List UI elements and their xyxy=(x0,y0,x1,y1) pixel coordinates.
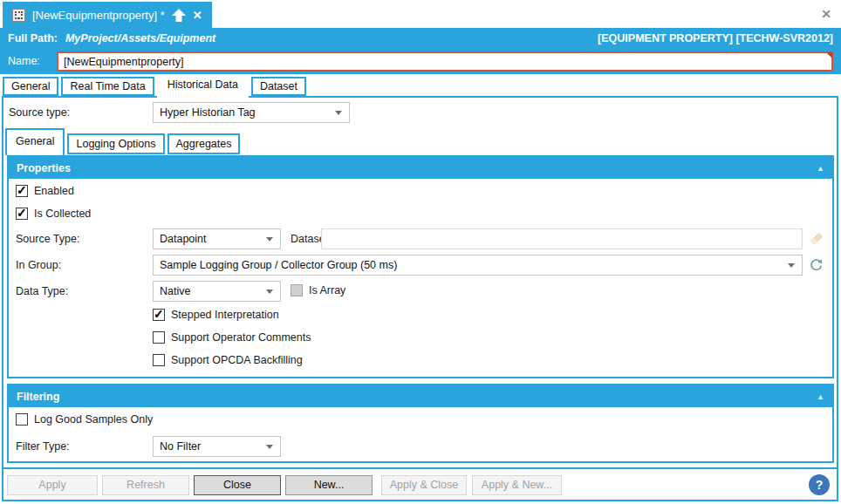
in-group-value: Sample Logging Group / Collector Group (… xyxy=(160,259,397,271)
stepped-interpretation-checkbox[interactable] xyxy=(153,309,165,321)
equipment-property-icon xyxy=(12,9,25,22)
source-type-dropdown[interactable]: Hyper Historian Tag xyxy=(153,102,350,123)
help-button[interactable]: ? xyxy=(809,474,830,495)
in-group-dropdown[interactable]: Sample Logging Group / Collector Group (… xyxy=(153,255,803,276)
button-bar-separator xyxy=(2,467,838,469)
new-button[interactable]: New... xyxy=(285,475,373,495)
window-close-icon[interactable]: ✕ xyxy=(819,7,833,21)
full-path-label: Full Path: xyxy=(8,32,58,44)
is-array-checkbox-row: Is Array xyxy=(291,284,345,296)
filtering-title: Filtering xyxy=(17,391,59,403)
enabled-checkbox[interactable] xyxy=(16,185,28,197)
main-tab-strip: General Real Time Data Historical Data D… xyxy=(3,74,306,98)
full-path-value: MyProject/Assets/Equipment xyxy=(65,32,215,44)
properties-title: Properties xyxy=(17,162,71,174)
subtab-general[interactable]: General xyxy=(5,128,65,155)
document-tab[interactable]: [NewEquipmentproperty] * ✕ xyxy=(3,2,212,28)
name-row: Name: xyxy=(0,49,841,74)
is-array-checkbox xyxy=(291,284,303,296)
validation-error-marker xyxy=(826,52,832,58)
stepped-interpretation-label: Stepped Interpretation xyxy=(171,309,279,321)
data-type-dropdown[interactable]: Native xyxy=(153,281,281,302)
document-tab-title: [NewEquipmentproperty] * xyxy=(32,9,165,22)
refresh-button[interactable]: Refresh xyxy=(102,475,189,495)
subtab-logging-options[interactable]: Logging Options xyxy=(67,133,164,154)
log-good-samples-checkbox[interactable] xyxy=(16,413,28,426)
log-good-samples-row: Log Good Samples Only xyxy=(16,413,153,426)
is-collected-checkbox-row: Is Collected xyxy=(16,208,91,220)
properties-collapse-icon[interactable]: ▲ xyxy=(817,164,824,173)
sub-tab-strip: General Logging Options Aggregates xyxy=(5,128,240,155)
enabled-label: Enabled xyxy=(34,185,74,197)
in-group-label: In Group: xyxy=(16,255,61,276)
is-array-label: Is Array xyxy=(309,284,345,296)
subtab-aggregates[interactable]: Aggregates xyxy=(168,133,241,154)
filtering-collapse-icon[interactable]: ▲ xyxy=(817,392,824,401)
filter-type-dropdown[interactable]: No Filter xyxy=(153,436,281,457)
data-type-label: Data Type: xyxy=(16,281,68,302)
name-label: Name: xyxy=(8,49,40,74)
log-good-samples-label: Log Good Samples Only xyxy=(34,413,153,426)
properties-panel: Properties ▲ Enabled Is Collected Source… xyxy=(7,155,834,378)
tab-historical-data[interactable]: Historical Data xyxy=(157,74,249,98)
close-button[interactable]: Close xyxy=(194,475,281,495)
promote-arrow-icon[interactable] xyxy=(172,9,186,22)
filter-type-value: No Filter xyxy=(160,440,201,453)
datapoint-source-type-value: Datapoint xyxy=(160,233,207,245)
enabled-checkbox-row: Enabled xyxy=(16,185,74,197)
filter-type-label: Filter Type: xyxy=(16,436,70,457)
tab-general[interactable]: General xyxy=(3,77,58,96)
name-input[interactable] xyxy=(57,51,833,72)
document-tab-close-icon[interactable]: ✕ xyxy=(193,9,202,22)
is-collected-label: Is Collected xyxy=(34,208,91,220)
context-badge: [EQUIPMENT PROPERTY] [TECHW-SVR2012] xyxy=(598,32,833,44)
name-field-wrap xyxy=(57,51,833,72)
refresh-groups-icon[interactable] xyxy=(809,257,824,275)
equipment-property-dialog: [NewEquipmentproperty] * ✕ ✕ Full Path: … xyxy=(0,0,841,504)
filtering-header[interactable]: Filtering ▲ xyxy=(9,385,832,407)
clear-dataset-eraser-icon[interactable] xyxy=(809,231,824,249)
support-opcda-backfilling-label: Support OPCDA Backfilling xyxy=(171,354,303,366)
data-type-value: Native xyxy=(160,285,190,297)
filtering-panel: Filtering ▲ Log Good Samples Only Filter… xyxy=(7,384,834,463)
support-opcda-backfilling-row: Support OPCDA Backfilling xyxy=(153,354,303,366)
source-type-row-label: Source type: xyxy=(9,102,70,123)
datapoint-source-type-dropdown[interactable]: Datapoint xyxy=(153,228,281,249)
is-collected-checkbox[interactable] xyxy=(16,208,28,220)
dataset-field-wrap xyxy=(321,228,803,249)
apply-and-new-button[interactable]: Apply & New... xyxy=(472,475,562,495)
apply-button[interactable]: Apply xyxy=(7,475,98,495)
support-operator-comments-row: Support Operator Comments xyxy=(153,331,311,344)
tab-real-time-data[interactable]: Real Time Data xyxy=(61,77,154,96)
support-opcda-backfilling-checkbox[interactable] xyxy=(153,354,165,366)
tab-dataset[interactable]: Dataset xyxy=(251,77,306,96)
source-type-dropdown-value: Hyper Historian Tag xyxy=(160,106,256,119)
properties-header[interactable]: Properties ▲ xyxy=(9,157,832,179)
dataset-input[interactable] xyxy=(322,229,802,249)
source-type-label: Source Type: xyxy=(16,228,79,249)
full-path-bar: Full Path: MyProject/Assets/Equipment [E… xyxy=(0,28,841,49)
apply-and-close-button[interactable]: Apply & Close xyxy=(381,475,467,495)
support-operator-comments-label: Support Operator Comments xyxy=(171,331,311,344)
stepped-interpretation-row: Stepped Interpretation xyxy=(153,309,279,321)
support-operator-comments-checkbox[interactable] xyxy=(153,331,165,344)
